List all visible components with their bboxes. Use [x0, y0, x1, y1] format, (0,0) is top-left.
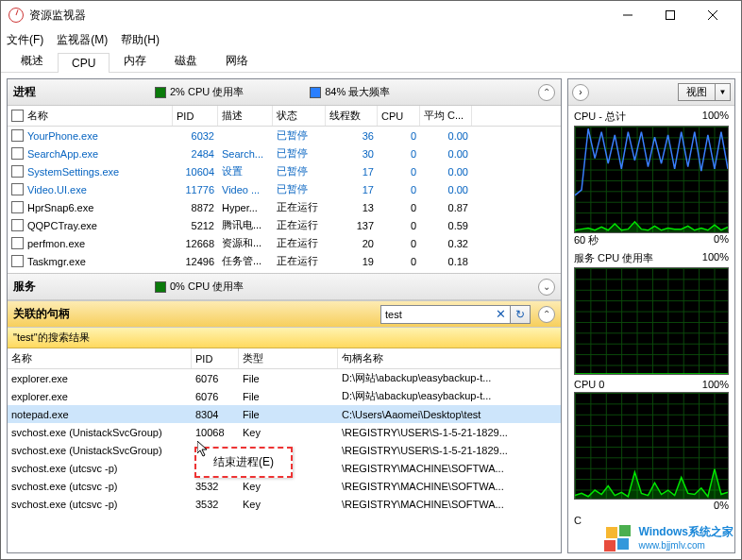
cpu0-chart — [574, 392, 729, 500]
table-row[interactable]: svchost.exe (UnistackSvcGroup)10068Key\R… — [8, 423, 561, 441]
tabstrip: 概述 CPU 内存 磁盘 网络 — [1, 50, 741, 73]
table-row[interactable]: Video.UI.exe11776Video ...已暂停1700.00 — [8, 180, 561, 198]
collapse-icon[interactable]: ⌃ — [538, 306, 555, 323]
row-checkbox[interactable] — [11, 183, 24, 195]
table-row[interactable]: QQPCTray.exe5212腾讯电...正在运行13700.59 — [8, 216, 561, 234]
handle-search: ✕ ↻ — [380, 305, 531, 324]
tab-network[interactable]: 网络 — [211, 49, 262, 72]
minimize-icon — [623, 10, 632, 20]
clear-search-icon[interactable]: ✕ — [496, 307, 506, 321]
handles-header[interactable]: 关联的句柄 ✕ ↻ ⌃ — [8, 301, 561, 328]
search-input[interactable] — [380, 305, 513, 324]
tab-cpu[interactable]: CPU — [58, 53, 110, 73]
chart-svc-cpu: 服务 CPU 使用率100% — [568, 247, 734, 375]
menubar: 文件(F) 监视器(M) 帮助(H) — [1, 29, 741, 50]
watermark: Windows系统之家 www.bjjmlv.com — [604, 523, 734, 552]
collapse-charts-icon[interactable]: › — [572, 84, 589, 101]
table-row[interactable]: YourPhone.exe6032已暂停3600.00 — [8, 127, 561, 144]
maximize-icon — [666, 10, 675, 20]
tab-disk[interactable]: 磁盘 — [160, 49, 211, 72]
minimize-button[interactable] — [606, 2, 649, 28]
row-checkbox[interactable] — [11, 165, 24, 178]
max-freq-meter: 84% 最大频率 — [310, 85, 390, 99]
table-row[interactable]: SearchApp.exe2484Search...已暂停3000.00 — [8, 144, 561, 162]
tab-overview[interactable]: 概述 — [7, 49, 58, 72]
processes-title: 进程 — [13, 84, 155, 100]
handles-panel: 关联的句柄 ✕ ↻ ⌃ "test"的搜索结果 名称 PID 类型 句柄名称 e… — [8, 301, 561, 552]
row-checkbox[interactable] — [11, 237, 24, 249]
table-row[interactable]: HprSnap6.exe8872Hyper...正在运行1300.87 — [8, 198, 561, 216]
checkbox-all[interactable] — [11, 110, 24, 122]
search-button[interactable]: ↻ — [510, 305, 531, 324]
svc-cpu-meter: 0% CPU 使用率 — [155, 280, 244, 294]
table-row[interactable]: explorer.exe6076FileD:\网站\abackup\easyba… — [8, 387, 561, 405]
collapse-icon[interactable]: ⌃ — [538, 84, 555, 101]
window-title: 资源监视器 — [29, 8, 86, 24]
cpu-total-chart — [574, 126, 729, 233]
services-panel: 服务 0% CPU 使用率 ⌄ — [8, 274, 561, 301]
menu-end-process[interactable]: 结束进程(E) — [213, 455, 274, 468]
handles-title: 关联的句柄 — [13, 306, 155, 322]
table-row[interactable]: svchost.exe (utcsvc -p)3532Key\REGISTRY\… — [8, 477, 561, 495]
right-header: › 视图 ▼ — [568, 79, 734, 106]
processes-grid-body[interactable]: YourPhone.exe6032已暂停3600.00SearchApp.exe… — [8, 127, 561, 273]
table-row[interactable]: explorer.exe6076FileD:\网站\abackup\easyba… — [8, 369, 561, 387]
expand-icon[interactable]: ⌄ — [538, 279, 555, 296]
processes-grid-header: 名称 PID 描述 状态 线程数 CPU 平均 C... — [8, 106, 561, 127]
row-checkbox[interactable] — [11, 201, 24, 213]
right-pane: › 视图 ▼ CPU - 总计100% 60 秒0% 服务 CPU 使用率100… — [567, 78, 735, 553]
services-title: 服务 — [13, 279, 155, 295]
row-checkbox[interactable] — [11, 129, 24, 142]
cursor-icon — [197, 441, 211, 458]
search-results-banner: "test"的搜索结果 — [8, 328, 561, 348]
watermark-logo-icon — [604, 523, 632, 552]
view-dropdown[interactable]: 视图 ▼ — [678, 83, 731, 101]
menu-file[interactable]: 文件(F) — [7, 32, 43, 48]
table-row[interactable]: perfmon.exe12668资源和...正在运行2000.32 — [8, 234, 561, 252]
close-icon — [708, 10, 717, 20]
table-row[interactable]: SystemSettings.exe10604设置已暂停1700.00 — [8, 162, 561, 180]
menu-monitor[interactable]: 监视器(M) — [57, 32, 108, 48]
table-row[interactable]: Taskmgr.exe12496任务管...正在运行1900.18 — [8, 252, 561, 270]
processes-header[interactable]: 进程 2% CPU 使用率 84% 最大频率 ⌃ — [8, 79, 561, 106]
handles-grid-header: 名称 PID 类型 句柄名称 — [8, 348, 561, 369]
chart-cpu0: CPU 0100% 0% — [568, 375, 734, 511]
row-checkbox[interactable] — [11, 219, 24, 231]
table-row[interactable]: notepad.exe8304FileC:\Users\Aaomei\Deskt… — [8, 405, 561, 423]
menu-help[interactable]: 帮助(H) — [121, 32, 160, 48]
row-checkbox[interactable] — [11, 255, 24, 267]
table-row[interactable]: svchost.exe (utcsvc -p)3532Key\REGISTRY\… — [8, 495, 561, 513]
titlebar: 资源监视器 — [1, 1, 741, 29]
app-icon — [8, 8, 24, 23]
chart-cpu-total: CPU - 总计100% 60 秒0% — [568, 106, 734, 247]
tab-memory[interactable]: 内存 — [110, 49, 160, 72]
svg-rect-1 — [666, 11, 674, 20]
chevron-down-icon[interactable]: ▼ — [716, 83, 731, 101]
maximize-button[interactable] — [649, 2, 691, 28]
row-checkbox[interactable] — [11, 147, 24, 160]
services-header[interactable]: 服务 0% CPU 使用率 ⌄ — [8, 274, 561, 300]
svc-cpu-chart — [574, 267, 729, 375]
view-label[interactable]: 视图 — [678, 83, 716, 101]
left-pane: 进程 2% CPU 使用率 84% 最大频率 ⌃ 名称 PID 描述 状态 线程… — [7, 78, 562, 553]
processes-panel: 进程 2% CPU 使用率 84% 最大频率 ⌃ 名称 PID 描述 状态 线程… — [8, 79, 561, 274]
cpu-usage-meter: 2% CPU 使用率 — [155, 85, 244, 99]
close-button[interactable] — [691, 2, 734, 28]
